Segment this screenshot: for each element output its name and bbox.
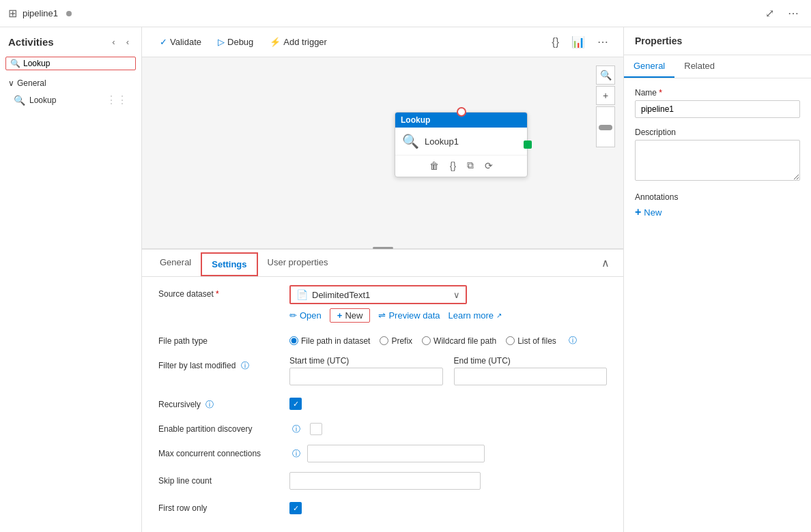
dataset-selector[interactable]: 📄 DelimitedText1 ∨ — [289, 285, 467, 304]
max-connections-row: Max concurrent connections ⓘ — [158, 445, 607, 462]
expand-button[interactable]: ⤢ — [761, 4, 778, 23]
first-row-control — [289, 499, 607, 514]
end-time-input[interactable] — [454, 368, 608, 385]
partition-row: Enable partition discovery ⓘ — [158, 420, 607, 435]
bottom-panel: General Settings User properties ∧ Sourc… — [142, 249, 623, 532]
node-code-button[interactable]: {} — [449, 159, 457, 173]
prop-description-textarea[interactable] — [635, 140, 800, 181]
max-connections-control: ⓘ — [289, 445, 607, 462]
sidebar-section-general[interactable]: ∨ General — [8, 78, 133, 88]
zoom-plus-button[interactable]: + — [596, 86, 615, 105]
annotations-section: Annotations + New — [635, 192, 800, 218]
validate-button[interactable]: ✓ Validate — [153, 33, 208, 50]
sidebar-search-input[interactable] — [23, 59, 131, 68]
radio-list-of-files[interactable]: List of files — [506, 336, 556, 346]
drag-handle-icon: ⋮⋮ — [106, 93, 128, 106]
lookup-node-icon: 🔍 — [402, 133, 419, 149]
topbar-more-button[interactable]: ⋯ — [784, 4, 803, 23]
plus-icon: + — [337, 310, 343, 321]
sidebar-collapse2-button[interactable]: ‹ — [122, 34, 133, 50]
canvas-zoom-controls: 🔍 + — [596, 65, 615, 147]
sidebar-collapse-button[interactable]: ‹ — [108, 34, 119, 50]
preview-data-button[interactable]: ⇌ Preview data — [378, 310, 440, 321]
canvas-divider[interactable] — [373, 247, 393, 249]
radio-file-path-in-dataset[interactable]: File path in dataset — [289, 336, 370, 346]
skip-line-input[interactable] — [289, 472, 481, 490]
preview-icon: ⇌ — [378, 310, 386, 321]
lookup-icon: 🔍 — [14, 95, 25, 106]
partition-control: ⓘ — [289, 420, 607, 435]
plus-icon: + — [635, 206, 641, 218]
first-row-checkbox[interactable] — [289, 502, 302, 514]
end-time-label: End time (UTC) — [454, 356, 608, 366]
zoom-thumb — [599, 125, 612, 130]
pencil-icon: ✏ — [289, 310, 297, 321]
recursively-label: Recursively ⓘ — [158, 395, 281, 411]
dataset-value: DelimitedText1 — [312, 290, 449, 300]
sidebar-search-box: 🔍 — [5, 57, 136, 70]
max-connections-input[interactable] — [307, 445, 485, 462]
pipeline-title: pipeline1 — [23, 8, 58, 18]
toolbar-right: {} 📊 ⋯ — [547, 33, 612, 51]
properties-tab-related[interactable]: Related — [674, 55, 724, 78]
zoom-search-button[interactable]: 🔍 — [596, 65, 615, 85]
required-star: * — [216, 289, 219, 299]
recursively-control — [289, 395, 607, 410]
add-trigger-button[interactable]: ⚡ Add trigger — [263, 33, 334, 50]
recursively-checkbox[interactable] — [289, 398, 302, 410]
first-row-label: First row only — [158, 499, 281, 513]
skip-line-label: Skip line count — [158, 472, 281, 486]
skip-line-row: Skip line count — [158, 472, 607, 490]
zoom-slider[interactable] — [596, 106, 615, 147]
radio-wildcard[interactable]: Wildcard file path — [422, 336, 496, 346]
properties-panel: Properties General Related Name * Descri… — [623, 27, 811, 532]
new-annotation-button[interactable]: + New — [635, 206, 661, 218]
filter-modified-control: Start time (UTC) End time (UTC) — [289, 356, 607, 385]
new-button[interactable]: + New — [330, 308, 371, 323]
node-copy-button[interactable]: ⧉ — [466, 158, 475, 173]
bottom-panel-tabs: General Settings User properties ∧ — [142, 250, 623, 277]
toolbar: ✓ Validate ▷ Debug ⚡ Add trigger {} 📊 ⋯ — [142, 27, 623, 57]
lookup-node-name: Lookup1 — [425, 136, 459, 147]
tab-general[interactable]: General — [150, 252, 201, 274]
add-trigger-label: Add trigger — [283, 37, 327, 47]
start-time-input[interactable] — [289, 368, 443, 385]
external-link-icon: ↗ — [496, 312, 502, 319]
lookup-node[interactable]: Lookup 🔍 Lookup1 🗑 {} ⧉ ⟳ — [395, 112, 528, 177]
debug-button[interactable]: ▷ Debug — [211, 33, 260, 50]
chevron-down-icon: ∨ — [453, 290, 460, 300]
recursively-info-icon[interactable]: ⓘ — [205, 400, 214, 409]
monitor-button[interactable]: 📊 — [567, 33, 589, 51]
node-top-connector — [457, 107, 466, 117]
node-delete-button[interactable]: 🗑 — [428, 159, 440, 173]
open-button[interactable]: ✏ Open — [289, 310, 322, 321]
tab-user-properties[interactable]: User properties — [258, 252, 338, 274]
filter-info-icon[interactable]: ⓘ — [241, 361, 249, 370]
time-inputs: Start time (UTC) End time (UTC) — [289, 356, 607, 385]
tab-settings[interactable]: Settings — [201, 252, 257, 276]
sidebar-item-lookup-label: Lookup — [29, 95, 56, 105]
node-right-connector — [524, 141, 532, 149]
file-path-type-row: File path type File path in dataset Pref… — [158, 332, 607, 346]
partition-checkbox[interactable] — [310, 423, 322, 435]
radio-prefix[interactable]: Prefix — [380, 336, 412, 346]
list-of-files-info-icon[interactable]: ⓘ — [569, 335, 577, 346]
max-connections-info-icon[interactable]: ⓘ — [292, 449, 300, 458]
toolbar-more-button[interactable]: ⋯ — [593, 33, 612, 51]
panel-collapse-button[interactable]: ∧ — [596, 254, 615, 272]
trigger-icon: ⚡ — [270, 37, 281, 47]
sidebar-item-lookup[interactable]: 🔍 Lookup ⋮⋮ — [8, 91, 133, 109]
debug-icon: ▷ — [218, 37, 225, 47]
source-dataset-control: 📄 DelimitedText1 ∨ ✏ Open + New — [289, 285, 607, 323]
prop-name-input[interactable] — [635, 100, 800, 118]
partition-label: Enable partition discovery — [158, 420, 281, 434]
code-button[interactable]: {} — [547, 33, 563, 51]
start-time-col: Start time (UTC) — [289, 356, 443, 385]
properties-tab-general[interactable]: General — [624, 55, 674, 78]
validate-icon: ✓ — [160, 37, 167, 47]
node-connect-button[interactable]: ⟳ — [483, 159, 494, 173]
partition-info-icon[interactable]: ⓘ — [292, 424, 300, 435]
recursively-row: Recursively ⓘ — [158, 395, 607, 411]
learn-more-link[interactable]: Learn more ↗ — [449, 310, 502, 321]
top-bar-actions: ⤢ ⋯ — [761, 4, 803, 23]
